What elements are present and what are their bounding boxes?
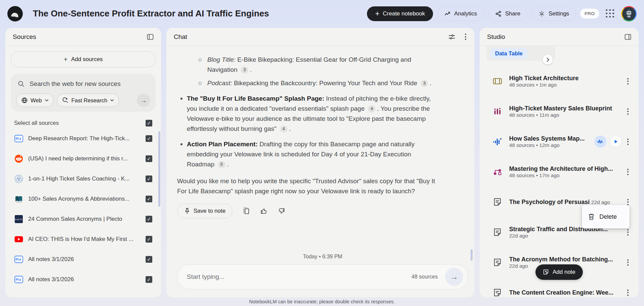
studio-body: Data Table High Ticket Architecture 48 s… <box>480 46 639 297</box>
youtube-icon <box>14 235 23 244</box>
notebooklm-logo-icon[interactable] <box>7 6 23 21</box>
search-placeholder: Search the web for new sources <box>30 80 120 88</box>
search-submit-button[interactable]: → <box>137 94 150 107</box>
item-more-menu-icon[interactable] <box>627 289 629 297</box>
interactive-mode-button[interactable] <box>594 136 606 148</box>
chat-input[interactable] <box>187 273 412 280</box>
analytics-button[interactable]: Analytics <box>437 6 484 21</box>
research-mode-dropdown[interactable]: Fast Research <box>57 94 119 107</box>
citation-chip[interactable]: 4 <box>280 125 287 133</box>
settings-button[interactable]: Settings <box>531 6 576 21</box>
source-checkbox[interactable]: ✓ <box>146 175 152 182</box>
item-more-menu-icon[interactable] <box>627 78 629 85</box>
studio-item[interactable]: High-Ticket Mastery Sales Blueprint 48 s… <box>480 96 639 126</box>
disclaimer: NotebookLM can be inaccurate; please dou… <box>0 297 644 306</box>
source-item[interactable]: All notes 3/1/2026 ✓ <box>11 249 156 269</box>
source-item[interactable]: Deep Research Report: The High-Tick... ✓ <box>11 129 156 149</box>
add-sources-button[interactable]: + Add sources <box>11 51 156 67</box>
source-item[interactable]: AI CEO: THIS is How I'd Make My First ..… <box>11 229 156 249</box>
delete-menu-item[interactable]: Delete <box>582 205 630 228</box>
send-button[interactable]: → <box>445 268 463 286</box>
source-checkbox[interactable]: ✓ <box>146 256 152 263</box>
studio-item[interactable]: Mastering the Architecture of High... 48… <box>480 157 639 187</box>
collapse-sources-panel-icon[interactable] <box>147 34 154 40</box>
markdown-doc-icon <box>14 275 23 284</box>
select-all-label: Select all sources <box>14 120 59 126</box>
source-item[interactable]: (USA) I need help determining if this r.… <box>11 149 156 169</box>
sources-scrollbar[interactable] <box>158 131 160 207</box>
trending-up-icon <box>444 10 451 17</box>
list-item: Action Plan Placement: Drafting the copy… <box>177 139 437 169</box>
item-more-menu-icon[interactable] <box>627 168 629 176</box>
select-all-checkbox[interactable]: ✓ <box>146 120 152 126</box>
citation-chip[interactable]: 3 <box>241 66 248 73</box>
source-checkbox[interactable]: ✓ <box>146 196 152 202</box>
save-to-note-button[interactable]: Save to note <box>177 204 232 218</box>
item-more-menu-icon[interactable] <box>627 259 629 266</box>
source-item[interactable]: All notes 3/1/2026 ✓ <box>11 269 156 290</box>
citation-chip[interactable]: 3 <box>421 80 428 87</box>
markdown-doc-icon <box>14 134 23 143</box>
list-item: Podcast: Bikepacking the Backcountry: Po… <box>177 78 437 88</box>
add-note-button[interactable]: Add note <box>535 264 583 280</box>
item-more-menu-icon[interactable] <box>627 138 629 146</box>
main-content: Sources + Add sources Search the web for… <box>0 27 644 297</box>
expand-studio-panel-icon[interactable] <box>625 34 631 40</box>
source-checkbox[interactable]: ✓ <box>146 216 152 222</box>
chat-more-menu-icon[interactable] <box>464 33 467 41</box>
source-item[interactable]: 100+ Sales Acronyms & Abbreviations... ✓ <box>11 189 156 209</box>
citation-chip[interactable]: 4 <box>368 105 375 112</box>
web-search-card: Search the web for new sources Web Fast … <box>11 73 156 112</box>
google-apps-grid-icon[interactable] <box>606 9 614 18</box>
web-filter-dropdown[interactable]: Web <box>16 94 54 107</box>
studio-panel-header: Studio <box>480 28 639 46</box>
source-checkbox[interactable]: ✓ <box>146 135 152 142</box>
source-checkbox[interactable]: ✓ <box>146 276 152 283</box>
book-favicon-icon <box>14 194 23 204</box>
data-table-chip[interactable]: Data Table <box>490 48 527 59</box>
note-icon <box>492 288 502 297</box>
gear-icon <box>538 10 545 17</box>
pin-icon <box>184 208 190 214</box>
avatar-robot-image <box>622 7 636 20</box>
reddit-icon <box>14 154 23 163</box>
chat-scrollbar[interactable] <box>471 249 473 261</box>
studio-panel: Studio Data Table High Ticket Ar <box>480 28 639 297</box>
account-avatar[interactable] <box>621 6 637 21</box>
sources-body: + Add sources Search the web for new sou… <box>5 46 161 297</box>
studio-item[interactable]: How Sales Systems Map... 48 sources • 12… <box>480 126 639 157</box>
create-notebook-button[interactable]: + Create notebook <box>367 6 433 21</box>
item-more-menu-icon[interactable] <box>627 228 629 236</box>
notebooklm-app: The One-Sentence Profit Extractor and AI… <box>0 0 644 306</box>
source-checkbox[interactable]: ✓ <box>146 155 152 162</box>
sources-title: Sources <box>13 33 36 41</box>
add-note-icon <box>543 269 549 275</box>
citation-chip[interactable]: 5 <box>218 161 225 168</box>
studio-item[interactable]: The Content Creation Engine: Wee... <box>480 277 639 297</box>
studio-title: Studio <box>487 33 505 41</box>
thumbs-up-icon[interactable] <box>260 207 268 215</box>
source-checkbox[interactable]: ✓ <box>146 236 152 243</box>
list-item: Blog Title: E-Bike Bikepacking: Essentia… <box>177 55 437 75</box>
data-table-expand-button[interactable] <box>543 55 553 65</box>
share-button[interactable]: Share <box>488 6 527 21</box>
chevron-right-icon <box>546 57 549 62</box>
bar-chart-icon <box>492 106 502 116</box>
plus-icon: + <box>375 10 379 17</box>
search-row[interactable]: Search the web for new sources <box>16 80 150 88</box>
thumbs-down-icon[interactable] <box>278 207 285 215</box>
studio-item[interactable]: High Ticket Architecture 48 sources • 1m… <box>480 66 639 96</box>
trash-icon <box>588 213 595 220</box>
note-icon <box>492 257 502 267</box>
topbar-actions: + Create notebook Analytics Share Settin… <box>367 6 637 21</box>
source-item[interactable]: 1-on-1 High Ticket Sales Coaching - K...… <box>11 169 156 189</box>
copy-icon[interactable] <box>243 207 250 215</box>
source-item[interactable]: PLECTO 24 Common Sales Acronyms | Plecto… <box>11 209 156 229</box>
play-audio-button[interactable] <box>610 136 622 148</box>
flow-chart-icon <box>492 167 502 177</box>
item-more-menu-icon[interactable] <box>627 108 629 115</box>
globe-icon <box>21 97 28 104</box>
pro-badge: PRO <box>580 9 599 18</box>
plus-icon: + <box>64 55 68 63</box>
chat-settings-tune-icon[interactable] <box>448 34 455 40</box>
